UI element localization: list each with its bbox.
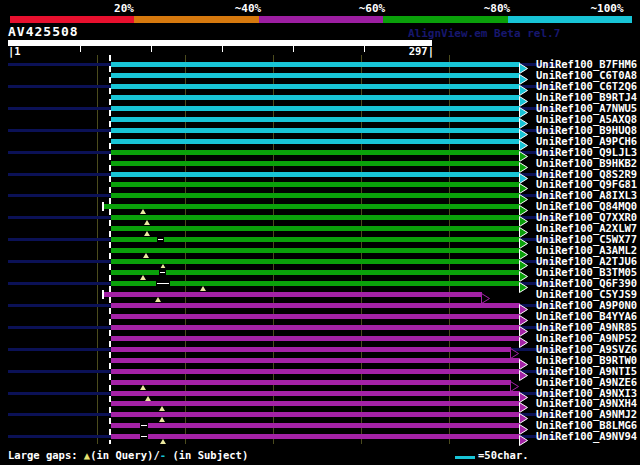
- legend-color-segment: [10, 16, 134, 23]
- scale-swatch: [455, 456, 475, 459]
- app-version-watermark: AlignView.em Beta rel.7: [408, 28, 560, 40]
- legend-label-100: ~100%: [590, 3, 623, 15]
- legend-color-segment: [508, 16, 632, 23]
- gap-legend-prefix: Large gaps:: [8, 449, 84, 461]
- alignment-bar[interactable]: [111, 434, 520, 439]
- subject-label[interactable]: UniRef100_A9NTI5: [536, 366, 637, 377]
- alignment-bar[interactable]: [111, 84, 520, 89]
- subject-label[interactable]: UniRef100_B9RTW0: [536, 355, 637, 366]
- alignment-bar[interactable]: [111, 380, 511, 385]
- subject-gap-dash: [157, 283, 169, 284]
- alignment-bar[interactable]: [111, 139, 520, 144]
- alignment-start-tick: [102, 202, 104, 211]
- legend-color-segment: [259, 16, 383, 23]
- query-accession: AV425508: [8, 25, 79, 39]
- query-gap-triangle: [145, 396, 151, 401]
- alignment-bar[interactable]: [111, 215, 520, 220]
- subject-gap-dash: [158, 239, 163, 240]
- legend-label-20: 20%: [114, 3, 134, 15]
- alignment-bar[interactable]: [111, 303, 520, 308]
- query-gap-triangle: [159, 417, 165, 422]
- alignment-bar[interactable]: [111, 73, 520, 78]
- query-gap-triangle: [140, 275, 146, 280]
- subject-label[interactable]: UniRef100_A9NV94: [536, 431, 637, 442]
- alignview-window: 20% ~40% ~60% ~80% ~100% AV425508 AlignV…: [0, 0, 640, 465]
- query-gap-triangle: [144, 220, 150, 225]
- query-gap-triangle: [140, 209, 146, 214]
- ruler-start-label: |1: [8, 45, 21, 57]
- alignment-bar[interactable]: [111, 161, 520, 166]
- ruler-end-label: 297|: [404, 45, 434, 57]
- legend-color-segment: [134, 16, 258, 23]
- alignment-bar[interactable]: [111, 95, 520, 100]
- alignment-bar[interactable]: [111, 412, 520, 417]
- alignment-bar[interactable]: [111, 281, 520, 286]
- ruler-tick: [151, 46, 152, 52]
- scale-label: =50char.: [478, 449, 529, 461]
- gap-legend-mid: (in Query)/: [90, 449, 160, 461]
- query-gap-triangle: [144, 231, 150, 236]
- alignment-bar[interactable]: [111, 358, 520, 363]
- query-gap-triangle: [159, 406, 165, 411]
- alignment-bar[interactable]: [111, 423, 520, 428]
- subject-label[interactable]: UniRef100_A9NZE6: [536, 377, 637, 388]
- alignment-bar[interactable]: [111, 182, 520, 187]
- alignment-bar[interactable]: [111, 270, 520, 275]
- alignment-bar[interactable]: [111, 150, 520, 155]
- alignment-bar[interactable]: [111, 314, 520, 319]
- alignment-bar[interactable]: [111, 369, 520, 374]
- alignment-bar[interactable]: [111, 237, 520, 242]
- alignment-bar[interactable]: [111, 248, 520, 253]
- query-gap-triangle: [155, 297, 161, 302]
- query-gap-triangle: [160, 439, 166, 444]
- gap-legend-text: Large gaps: ▲(in Query)/- (in Subject): [8, 449, 248, 461]
- subject-label[interactable]: UniRef100_Q9LJL3: [536, 147, 637, 158]
- plot-gridline: [97, 55, 98, 444]
- query-gap-triangle: [143, 253, 149, 258]
- subject-label[interactable]: UniRef100_B9HKB2: [536, 158, 637, 169]
- legend-label-40: ~40%: [235, 3, 262, 15]
- alignment-bar[interactable]: [111, 347, 511, 352]
- subject-gap-dash: [160, 272, 165, 273]
- alignment-start-tick: [102, 290, 104, 299]
- alignment-bar[interactable]: [111, 172, 520, 177]
- legend-label-60: ~60%: [359, 3, 386, 15]
- gap-legend-suffix: (in Subject): [166, 449, 248, 461]
- query-gap-triangle: [200, 286, 206, 291]
- alignment-bar[interactable]: [111, 193, 520, 198]
- alignment-bar[interactable]: [111, 226, 520, 231]
- alignment-bar[interactable]: [111, 106, 520, 111]
- alignment-bar[interactable]: [111, 259, 520, 264]
- alignment-bar[interactable]: [111, 325, 520, 330]
- alignment-bar[interactable]: [111, 117, 520, 122]
- alignment-bar[interactable]: [104, 204, 520, 209]
- identity-color-scale: [10, 16, 632, 23]
- alignment-arrowhead: [519, 278, 529, 297]
- alignment-arrowhead: [519, 431, 529, 450]
- query-sequence-bar: [8, 40, 432, 46]
- alignment-bar[interactable]: [111, 391, 520, 396]
- alignment-bar[interactable]: [111, 401, 520, 406]
- legend-color-segment: [383, 16, 507, 23]
- ruler-tick: [222, 46, 223, 52]
- subject-gap-dash: [141, 436, 147, 437]
- subject-gap-dash: [141, 425, 147, 426]
- alignment-bar[interactable]: [111, 128, 520, 133]
- alignment-bar[interactable]: [111, 336, 520, 341]
- ruler-tick: [364, 46, 365, 52]
- alignment-bar[interactable]: [111, 62, 520, 67]
- alignment-arrowhead: [519, 366, 529, 385]
- legend-label-80: ~80%: [484, 3, 511, 15]
- query-gap-triangle: [140, 385, 146, 390]
- subject-label[interactable]: UniRef100_A9PCH6: [536, 136, 637, 147]
- ruler-tick: [293, 46, 294, 52]
- ruler-tick: [80, 46, 81, 52]
